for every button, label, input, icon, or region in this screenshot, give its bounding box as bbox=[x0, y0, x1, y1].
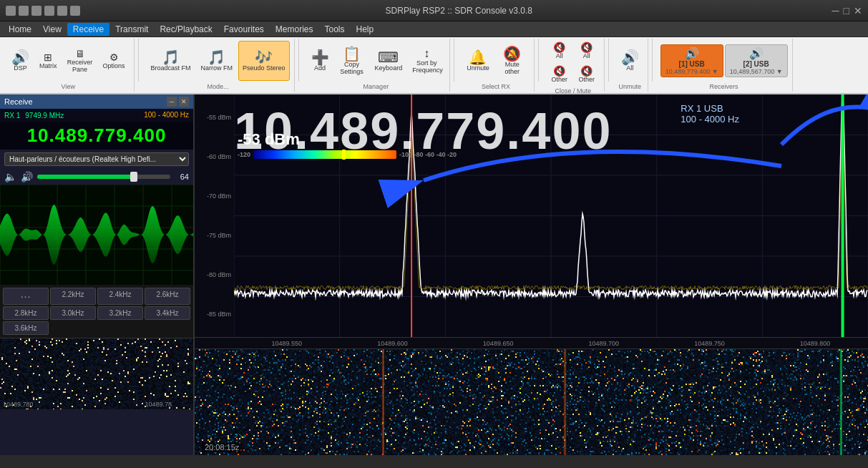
close-other-button[interactable]: 🔇 Other bbox=[547, 64, 572, 86]
receiver-2-freq: 10,489,567.700 ▼ bbox=[730, 68, 783, 75]
matrix-button[interactable]: ⊞ Matrix bbox=[35, 49, 62, 73]
ribbon-group-manager: ➕ Add 📋 Copy Settings ⌨ Keyboard ↕ Sort … bbox=[303, 39, 451, 92]
receiver-1-button[interactable]: 🔊 [1] USB 10,489,779.400 ▼ bbox=[660, 44, 723, 77]
narrow-fm-icon: 🎵 bbox=[208, 50, 225, 64]
ribbon-row-view: 🔊 DSP ⊞ Matrix 🖥 Receiver Pane ⚙ Options bbox=[7, 40, 130, 82]
ribbon: 🔊 DSP ⊞ Matrix 🖥 Receiver Pane ⚙ Options… bbox=[0, 37, 868, 94]
menu-memories[interactable]: Memories bbox=[270, 23, 319, 36]
ribbon-row-manager: ➕ Add 📋 Copy Settings ⌨ Keyboard ↕ Sort … bbox=[307, 40, 446, 82]
copy-settings-label: Copy Settings bbox=[339, 62, 365, 76]
mute-other2-button[interactable]: 🔇 Other bbox=[574, 64, 600, 86]
menu-help[interactable]: Help bbox=[351, 23, 380, 36]
mute-all-label: All bbox=[583, 53, 590, 60]
filter-2600hz-button[interactable]: 2.6kHz bbox=[145, 288, 190, 305]
pseudo-stereo-label: Pseudo Stereo bbox=[243, 65, 286, 72]
close-all-button[interactable]: 🔇 All bbox=[547, 40, 572, 62]
unmute-label: Unmute bbox=[467, 65, 489, 72]
unmute-icon: 🔔 bbox=[469, 50, 487, 64]
filter-3000hz-button[interactable]: 3.0kHz bbox=[50, 306, 96, 320]
mute-all-button[interactable]: 🔇 All bbox=[574, 40, 600, 62]
unmute-all-button[interactable]: 🔊 All bbox=[617, 41, 643, 81]
panel-close-button[interactable]: ✕ bbox=[179, 97, 189, 107]
menu-recplayback[interactable]: Rec/Playback bbox=[154, 23, 218, 36]
add-label: Add bbox=[314, 65, 326, 72]
close-all-icon: 🔇 bbox=[553, 42, 565, 52]
receiver-2-label: [2] USB bbox=[743, 60, 769, 68]
add-button[interactable]: ➕ Add bbox=[307, 41, 333, 81]
ribbon-group-receivers: 🔊 [1] USB 10,489,779.400 ▼ 🔊 [2] USB 10,… bbox=[656, 39, 793, 92]
menu-transmit[interactable]: Transmit bbox=[109, 23, 154, 36]
menu-tools[interactable]: Tools bbox=[319, 23, 351, 36]
freq-tick-4: 10489.750 bbox=[694, 340, 725, 347]
titlebar: SDRPlay RSP2 :: SDR Console v3.0.8 ─ □ ✕ bbox=[0, 0, 868, 21]
keyboard-button[interactable]: ⌨ Keyboard bbox=[371, 41, 407, 81]
db-label-3: -75 dBm bbox=[198, 232, 231, 239]
unmute-group-label: Unmute bbox=[618, 82, 641, 90]
receiver-2-button[interactable]: 🔊 [2] USB 10,489,567.700 ▼ bbox=[725, 44, 788, 77]
close-icon[interactable]: ✕ bbox=[854, 5, 862, 16]
filter-3200hz-button[interactable]: 3.2kHz bbox=[97, 306, 143, 320]
db-label-4: -80 dBm bbox=[198, 271, 231, 278]
select-rx-label: Select RX bbox=[482, 82, 510, 90]
filter-2400hz-button[interactable]: 2.4kHz bbox=[97, 288, 143, 305]
sep6 bbox=[652, 39, 653, 82]
filter-2200hz-button[interactable]: 2.2kHz bbox=[50, 288, 96, 305]
mode-group-label: Mode... bbox=[208, 82, 229, 90]
filter-2800hz-button[interactable]: 2.8kHz bbox=[3, 306, 49, 320]
narrow-fm-button[interactable]: 🎵 Narrow FM bbox=[197, 41, 238, 81]
volume-thumb[interactable] bbox=[130, 172, 137, 182]
manager-group-label: Manager bbox=[364, 82, 389, 90]
speaker-icon: 🔊 bbox=[21, 171, 33, 182]
volume-icon: 🔈 bbox=[4, 171, 16, 182]
mute-all-icon: 🔇 bbox=[580, 42, 593, 52]
receiver-pane-button[interactable]: 🖥 Receiver Pane bbox=[63, 46, 97, 77]
filter-3600hz-button[interactable]: 3.6kHz bbox=[3, 321, 49, 335]
filter-3400hz-button[interactable]: 3.4kHz bbox=[145, 306, 190, 320]
menu-view[interactable]: View bbox=[37, 23, 67, 36]
audio-device-row: Haut-parleurs / écouteurs (Realtek High … bbox=[0, 150, 193, 169]
win-icon-2 bbox=[19, 6, 29, 16]
audio-device-select[interactable]: Haut-parleurs / écouteurs (Realtek High … bbox=[4, 152, 189, 166]
minimize-icon[interactable]: ─ bbox=[832, 5, 839, 16]
unmute-all-label: All bbox=[626, 65, 633, 72]
broadcast-fm-label: Broadcast FM bbox=[151, 65, 191, 72]
waveform-canvas bbox=[0, 185, 193, 285]
window-controls: ─ □ ✕ bbox=[832, 5, 862, 16]
broadcast-fm-button[interactable]: 🎵 Broadcast FM bbox=[147, 41, 195, 81]
receiver-1-icon: 🔊 bbox=[685, 47, 699, 60]
copy-settings-icon: 📋 bbox=[343, 47, 361, 61]
receiver-pane-label: Receiver Pane bbox=[67, 59, 93, 74]
window-title: SDRPlay RSP2 :: SDR Console v3.0.8 bbox=[86, 6, 832, 16]
mute-other2-label: Other bbox=[578, 77, 595, 84]
ribbon-group-select-rx: 🔔 Unmute 🔕 Mute other Select RX bbox=[458, 39, 535, 92]
pseudo-stereo-button[interactable]: 🎶 Pseudo Stereo bbox=[238, 41, 290, 81]
sep1 bbox=[138, 39, 139, 82]
options-button[interactable]: ⚙ Options bbox=[99, 49, 130, 73]
menu-home[interactable]: Home bbox=[3, 23, 37, 36]
filter-dots-button[interactable]: ··· bbox=[3, 288, 49, 305]
narrow-fm-label: Narrow FM bbox=[201, 65, 233, 72]
mute-other-button[interactable]: 🔕 Mute other bbox=[495, 41, 530, 81]
panel-minimize-button[interactable]: ─ bbox=[167, 97, 177, 107]
close-all-label: All bbox=[556, 53, 563, 60]
unmute-button[interactable]: 🔔 Unmute bbox=[462, 41, 494, 81]
sort-frequency-button[interactable]: ↕ Sort by Frequency bbox=[408, 41, 445, 81]
menu-favourites[interactable]: Favourites bbox=[218, 23, 270, 36]
freq-range: 100 - 4000 Hz bbox=[144, 111, 189, 119]
win-icon-back bbox=[44, 6, 54, 16]
win-icon-1 bbox=[6, 6, 16, 16]
maximize-icon[interactable]: □ bbox=[844, 5, 849, 16]
volume-slider[interactable] bbox=[37, 175, 170, 179]
ribbon-group-view: 🔊 DSP ⊞ Matrix 🖥 Receiver Pane ⚙ Options… bbox=[3, 39, 135, 92]
mini-waterfall-canvas bbox=[0, 338, 193, 409]
dsp-button[interactable]: 🔊 DSP bbox=[7, 41, 34, 81]
waterfall-timestamp: 20:08:15z bbox=[202, 442, 242, 452]
spectrum-display[interactable]: -55 dBm -60 dBm -70 dBm -75 dBm -80 dBm … bbox=[195, 94, 868, 338]
freq-tick-5: 10489.800 bbox=[800, 340, 831, 347]
keyboard-icon: ⌨ bbox=[378, 50, 399, 64]
main-content: Receive ─ ✕ RX 1 9749.9 MHz 100 - 4000 H… bbox=[0, 94, 868, 455]
waterfall-canvas bbox=[195, 349, 868, 455]
copy-settings-button[interactable]: 📋 Copy Settings bbox=[335, 41, 369, 81]
menu-receive[interactable]: Receive bbox=[67, 23, 109, 36]
keyboard-label: Keyboard bbox=[375, 65, 403, 72]
